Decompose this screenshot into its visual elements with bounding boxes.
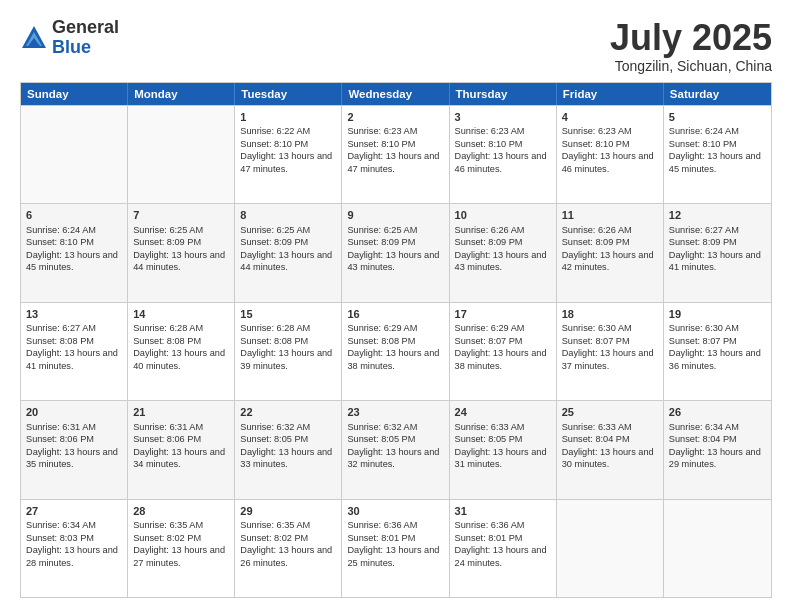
day-info: Sunrise: 6:27 AM Sunset: 8:09 PM Dayligh… [669,225,761,272]
month-title: July 2025 [610,18,772,58]
weekday-header: Thursday [450,83,557,105]
day-number: 27 [26,504,122,519]
day-20: 20Sunrise: 6:31 AM Sunset: 8:06 PM Dayli… [21,401,128,498]
day-info: Sunrise: 6:30 AM Sunset: 8:07 PM Dayligh… [562,323,654,370]
day-number: 3 [455,110,551,125]
empty-cell [664,500,771,597]
weekday-header: Sunday [21,83,128,105]
day-number: 28 [133,504,229,519]
day-info: Sunrise: 6:32 AM Sunset: 8:05 PM Dayligh… [240,422,332,469]
day-info: Sunrise: 6:23 AM Sunset: 8:10 PM Dayligh… [347,126,439,173]
location: Tongzilin, Sichuan, China [610,58,772,74]
day-info: Sunrise: 6:35 AM Sunset: 8:02 PM Dayligh… [133,520,225,567]
day-5: 5Sunrise: 6:24 AM Sunset: 8:10 PM Daylig… [664,106,771,203]
day-6: 6Sunrise: 6:24 AM Sunset: 8:10 PM Daylig… [21,204,128,301]
day-10: 10Sunrise: 6:26 AM Sunset: 8:09 PM Dayli… [450,204,557,301]
weekday-header: Friday [557,83,664,105]
day-15: 15Sunrise: 6:28 AM Sunset: 8:08 PM Dayli… [235,303,342,400]
day-number: 22 [240,405,336,420]
day-18: 18Sunrise: 6:30 AM Sunset: 8:07 PM Dayli… [557,303,664,400]
day-info: Sunrise: 6:32 AM Sunset: 8:05 PM Dayligh… [347,422,439,469]
day-info: Sunrise: 6:29 AM Sunset: 8:07 PM Dayligh… [455,323,547,370]
day-21: 21Sunrise: 6:31 AM Sunset: 8:06 PM Dayli… [128,401,235,498]
day-number: 15 [240,307,336,322]
header: General Blue July 2025 Tongzilin, Sichua… [20,18,772,74]
day-31: 31Sunrise: 6:36 AM Sunset: 8:01 PM Dayli… [450,500,557,597]
logo-general: General [52,17,119,37]
calendar: SundayMondayTuesdayWednesdayThursdayFrid… [20,82,772,598]
calendar-row: 13Sunrise: 6:27 AM Sunset: 8:08 PM Dayli… [21,302,771,400]
day-number: 20 [26,405,122,420]
calendar-row: 6Sunrise: 6:24 AM Sunset: 8:10 PM Daylig… [21,203,771,301]
day-info: Sunrise: 6:34 AM Sunset: 8:03 PM Dayligh… [26,520,118,567]
day-number: 12 [669,208,766,223]
day-number: 24 [455,405,551,420]
calendar-header: SundayMondayTuesdayWednesdayThursdayFrid… [21,83,771,105]
logo-blue: Blue [52,37,91,57]
day-8: 8Sunrise: 6:25 AM Sunset: 8:09 PM Daylig… [235,204,342,301]
day-number: 4 [562,110,658,125]
weekday-header: Wednesday [342,83,449,105]
day-info: Sunrise: 6:23 AM Sunset: 8:10 PM Dayligh… [455,126,547,173]
weekday-header: Tuesday [235,83,342,105]
day-19: 19Sunrise: 6:30 AM Sunset: 8:07 PM Dayli… [664,303,771,400]
empty-cell [557,500,664,597]
day-info: Sunrise: 6:36 AM Sunset: 8:01 PM Dayligh… [347,520,439,567]
day-number: 29 [240,504,336,519]
day-number: 21 [133,405,229,420]
day-1: 1Sunrise: 6:22 AM Sunset: 8:10 PM Daylig… [235,106,342,203]
day-number: 23 [347,405,443,420]
day-info: Sunrise: 6:30 AM Sunset: 8:07 PM Dayligh… [669,323,761,370]
day-4: 4Sunrise: 6:23 AM Sunset: 8:10 PM Daylig… [557,106,664,203]
day-24: 24Sunrise: 6:33 AM Sunset: 8:05 PM Dayli… [450,401,557,498]
day-14: 14Sunrise: 6:28 AM Sunset: 8:08 PM Dayli… [128,303,235,400]
calendar-row: 20Sunrise: 6:31 AM Sunset: 8:06 PM Dayli… [21,400,771,498]
day-number: 17 [455,307,551,322]
day-number: 9 [347,208,443,223]
day-info: Sunrise: 6:25 AM Sunset: 8:09 PM Dayligh… [240,225,332,272]
logo-icon [20,24,48,52]
day-info: Sunrise: 6:26 AM Sunset: 8:09 PM Dayligh… [562,225,654,272]
day-13: 13Sunrise: 6:27 AM Sunset: 8:08 PM Dayli… [21,303,128,400]
day-number: 26 [669,405,766,420]
day-number: 31 [455,504,551,519]
day-25: 25Sunrise: 6:33 AM Sunset: 8:04 PM Dayli… [557,401,664,498]
day-info: Sunrise: 6:28 AM Sunset: 8:08 PM Dayligh… [240,323,332,370]
day-29: 29Sunrise: 6:35 AM Sunset: 8:02 PM Dayli… [235,500,342,597]
page: General Blue July 2025 Tongzilin, Sichua… [0,0,792,612]
day-number: 6 [26,208,122,223]
day-info: Sunrise: 6:23 AM Sunset: 8:10 PM Dayligh… [562,126,654,173]
day-22: 22Sunrise: 6:32 AM Sunset: 8:05 PM Dayli… [235,401,342,498]
day-number: 11 [562,208,658,223]
day-number: 7 [133,208,229,223]
day-30: 30Sunrise: 6:36 AM Sunset: 8:01 PM Dayli… [342,500,449,597]
day-11: 11Sunrise: 6:26 AM Sunset: 8:09 PM Dayli… [557,204,664,301]
day-info: Sunrise: 6:27 AM Sunset: 8:08 PM Dayligh… [26,323,118,370]
day-26: 26Sunrise: 6:34 AM Sunset: 8:04 PM Dayli… [664,401,771,498]
logo-text: General Blue [52,18,119,58]
day-17: 17Sunrise: 6:29 AM Sunset: 8:07 PM Dayli… [450,303,557,400]
day-number: 18 [562,307,658,322]
day-info: Sunrise: 6:24 AM Sunset: 8:10 PM Dayligh… [669,126,761,173]
day-info: Sunrise: 6:29 AM Sunset: 8:08 PM Dayligh… [347,323,439,370]
day-info: Sunrise: 6:31 AM Sunset: 8:06 PM Dayligh… [26,422,118,469]
calendar-row: 27Sunrise: 6:34 AM Sunset: 8:03 PM Dayli… [21,499,771,597]
day-info: Sunrise: 6:34 AM Sunset: 8:04 PM Dayligh… [669,422,761,469]
weekday-header: Saturday [664,83,771,105]
day-7: 7Sunrise: 6:25 AM Sunset: 8:09 PM Daylig… [128,204,235,301]
day-info: Sunrise: 6:33 AM Sunset: 8:05 PM Dayligh… [455,422,547,469]
day-info: Sunrise: 6:33 AM Sunset: 8:04 PM Dayligh… [562,422,654,469]
day-info: Sunrise: 6:31 AM Sunset: 8:06 PM Dayligh… [133,422,225,469]
day-3: 3Sunrise: 6:23 AM Sunset: 8:10 PM Daylig… [450,106,557,203]
day-info: Sunrise: 6:35 AM Sunset: 8:02 PM Dayligh… [240,520,332,567]
day-info: Sunrise: 6:26 AM Sunset: 8:09 PM Dayligh… [455,225,547,272]
day-27: 27Sunrise: 6:34 AM Sunset: 8:03 PM Dayli… [21,500,128,597]
day-number: 14 [133,307,229,322]
calendar-row: 1Sunrise: 6:22 AM Sunset: 8:10 PM Daylig… [21,105,771,203]
logo: General Blue [20,18,119,58]
day-number: 2 [347,110,443,125]
day-info: Sunrise: 6:25 AM Sunset: 8:09 PM Dayligh… [347,225,439,272]
day-28: 28Sunrise: 6:35 AM Sunset: 8:02 PM Dayli… [128,500,235,597]
day-number: 8 [240,208,336,223]
day-12: 12Sunrise: 6:27 AM Sunset: 8:09 PM Dayli… [664,204,771,301]
